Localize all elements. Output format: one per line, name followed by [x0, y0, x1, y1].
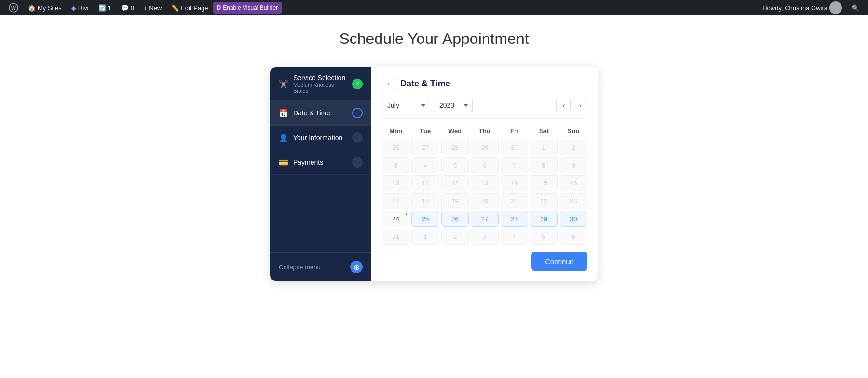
- updates-icon: 🔄: [98, 4, 106, 12]
- admin-bar: W 🏠 My Sites ◆ Divi 🔄 1 💬 0 + New ✏️ Edi…: [0, 0, 868, 15]
- datetime-badge: [352, 108, 363, 118]
- admin-bar-right: Howdy, Christina Gwira 🔍: [758, 0, 864, 15]
- nav-buttons: ‹ ›: [556, 98, 587, 112]
- svg-text:W: W: [11, 5, 16, 11]
- cal-day-1: 1: [530, 140, 557, 155]
- year-select[interactable]: 2023 2022 2024: [434, 98, 473, 112]
- enable-visual-builder-btn[interactable]: D Enable Visual Builder: [213, 2, 282, 14]
- updates-menu[interactable]: 🔄 1: [94, 0, 116, 15]
- page-wrapper: Schedule Your Appointment ✂️ Service Sel…: [0, 15, 868, 378]
- cal-day-18: 18: [411, 193, 439, 209]
- cal-day-29[interactable]: 29: [530, 211, 557, 227]
- cal-day-27[interactable]: 27: [471, 211, 498, 227]
- cal-header-sat: Sat: [530, 125, 557, 138]
- cal-day-11: 11: [411, 175, 439, 191]
- cal-day-prev-26: 26: [382, 140, 409, 155]
- cal-day-16: 16: [560, 175, 587, 191]
- month-select[interactable]: July JanuaryFebruaryMarch AprilMayJune A…: [382, 98, 430, 112]
- cal-header-fri: Fri: [501, 125, 528, 138]
- back-button[interactable]: ‹: [382, 77, 395, 90]
- cal-day-3: 3: [382, 157, 409, 173]
- sidebar-item-datetime[interactable]: 📅 Date & Time: [270, 101, 371, 126]
- calendar-area: ‹ Date & Time July JanuaryFebruaryMarch …: [371, 67, 598, 281]
- cal-day-19: 19: [441, 193, 469, 209]
- cal-day-17: 17: [382, 193, 409, 209]
- cal-day-31: 31: [382, 229, 409, 245]
- howdy-menu[interactable]: Howdy, Christina Gwira: [758, 0, 847, 15]
- edit-page-label: Edit Page: [181, 4, 208, 12]
- appointment-widget: ✂️ Service Selection Medium Knotless Bra…: [270, 67, 598, 281]
- enable-visual-builder-label: Enable Visual Builder: [223, 4, 278, 11]
- cal-day-next-3: 3: [471, 229, 498, 245]
- cal-day-26[interactable]: 26: [441, 211, 469, 227]
- edit-page-btn[interactable]: ✏️ Edit Page: [166, 0, 213, 15]
- cal-day-20: 20: [471, 193, 498, 209]
- cal-header-sun: Sun: [560, 125, 587, 138]
- datetime-text: Date & Time: [293, 109, 347, 117]
- info-text: Your Information: [293, 134, 347, 141]
- cal-day-9: 9: [560, 157, 587, 173]
- sidebar-item-info[interactable]: 👤 Your Information: [270, 126, 371, 150]
- next-month-btn[interactable]: ›: [573, 98, 587, 112]
- cal-day-prev-28: 28: [441, 140, 469, 155]
- cal-header-mon: Mon: [382, 125, 409, 138]
- comments-icon: 💬: [121, 4, 129, 12]
- cal-day-25[interactable]: 25: [411, 211, 439, 227]
- cal-day-next-5: 5: [530, 229, 557, 245]
- service-sub: Medium Knotless Braids: [293, 82, 347, 94]
- divi-label: Divi: [78, 4, 89, 12]
- info-badge: [352, 132, 363, 143]
- cal-day-23: 23: [560, 193, 587, 209]
- calendar-header: ‹ Date & Time: [382, 77, 587, 90]
- collapse-label: Collapse menu: [279, 264, 321, 271]
- comments-count: 0: [131, 4, 134, 12]
- sidebar-item-payments[interactable]: 💳 Payments: [270, 150, 371, 175]
- search-icon: 🔍: [852, 4, 859, 12]
- my-sites-menu[interactable]: 🏠 My Sites: [23, 0, 67, 15]
- payments-text: Payments: [293, 158, 347, 166]
- collapse-menu-btn[interactable]: Collapse menu ⊕: [270, 252, 371, 281]
- prev-month-btn[interactable]: ‹: [556, 98, 571, 112]
- sidebar-spacer: [270, 175, 371, 252]
- section-title: Date & Time: [400, 79, 450, 89]
- sites-icon: 🏠: [28, 4, 36, 12]
- divi-menu[interactable]: ◆ Divi: [67, 0, 94, 15]
- info-label: Your Information: [293, 134, 347, 141]
- cal-day-6: 6: [471, 157, 498, 173]
- cal-day-next-4: 4: [501, 229, 528, 245]
- cal-header-tue: Tue: [411, 125, 439, 138]
- divi-d-icon: D: [217, 4, 221, 11]
- cal-header-wed: Wed: [441, 125, 469, 138]
- continue-button[interactable]: Continue: [531, 252, 587, 271]
- cal-day-4: 4: [411, 157, 439, 173]
- scissors-icon: ✂️: [279, 79, 288, 88]
- new-label: + New: [144, 4, 162, 12]
- search-btn[interactable]: 🔍: [847, 0, 864, 15]
- cal-day-28[interactable]: 28: [501, 211, 528, 227]
- wp-logo-item[interactable]: W: [4, 0, 23, 15]
- cal-day-2: 2: [560, 140, 587, 155]
- sidebar-item-service[interactable]: ✂️ Service Selection Medium Knotless Bra…: [270, 67, 371, 101]
- cal-day-10: 10: [382, 175, 409, 191]
- cal-day-15: 15: [530, 175, 557, 191]
- cal-header-thu: Thu: [471, 125, 498, 138]
- service-text: Service Selection Medium Knotless Braids: [293, 74, 347, 94]
- cal-day-prev-27: 27: [411, 140, 439, 155]
- comments-menu[interactable]: 💬 0: [116, 0, 139, 15]
- cal-day-22: 22: [530, 193, 557, 209]
- new-content-btn[interactable]: + New: [139, 0, 166, 15]
- footer-row: Continue: [382, 252, 587, 271]
- payments-label: Payments: [293, 158, 347, 166]
- cal-day-14: 14: [501, 175, 528, 191]
- cal-day-next-2: 2: [441, 229, 469, 245]
- cal-day-30[interactable]: 30: [560, 211, 587, 227]
- calendar-grid: Mon Tue Wed Thu Fri Sat Sun 26 27 28 29 …: [382, 125, 587, 245]
- edit-icon: ✏️: [171, 4, 179, 12]
- howdy-text: Howdy, Christina Gwira: [762, 4, 827, 12]
- page-title: Schedule Your Appointment: [19, 30, 849, 48]
- cal-day-24: 24: [382, 211, 409, 227]
- cal-day-8: 8: [530, 157, 557, 173]
- divider: [382, 118, 587, 119]
- collapse-icon: ⊕: [350, 261, 363, 273]
- service-label: Service Selection: [293, 74, 347, 82]
